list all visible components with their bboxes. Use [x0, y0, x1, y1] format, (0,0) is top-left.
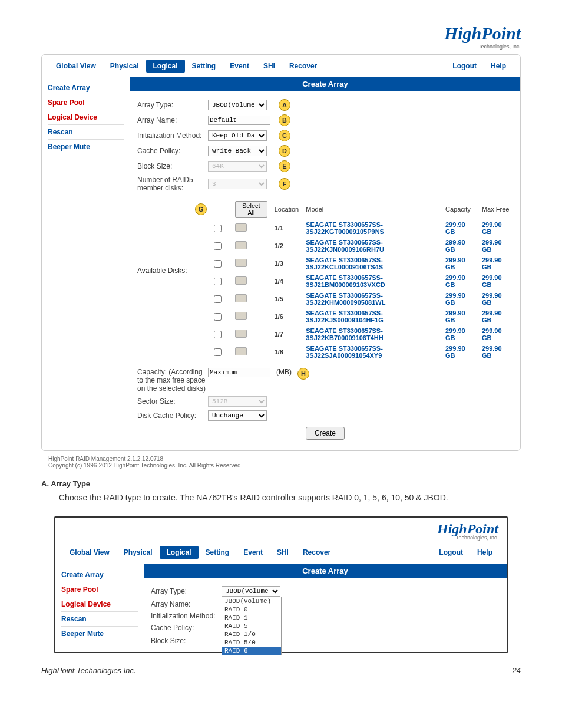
dropdown-option[interactable]: RAID 1: [222, 614, 281, 622]
disk-checkbox[interactable]: [214, 295, 222, 303]
tab-global-view[interactable]: Global View: [49, 60, 103, 73]
table-row: 1/4SEAGATE ST3300657SS-3SJ21BM000009103V…: [208, 272, 513, 290]
tab2-shi[interactable]: SHI: [270, 546, 296, 559]
disk-checkbox[interactable]: [214, 348, 222, 356]
sidebar2-rescan[interactable]: Rescan: [61, 613, 138, 625]
badge-e: E: [279, 160, 290, 172]
hdd-icon: [235, 312, 247, 320]
hdd-icon: [235, 223, 247, 232]
tab2-physical[interactable]: Physical: [117, 546, 160, 559]
capacity-unit: (MB): [276, 368, 292, 376]
sidebar-spare-pool[interactable]: Spare Pool: [48, 97, 124, 108]
top-tabs: Global View Physical Logical Setting Eve…: [42, 55, 520, 77]
disk-checkbox[interactable]: [214, 331, 222, 338]
disk-checkbox[interactable]: [214, 260, 222, 268]
tab-recover[interactable]: Recover: [282, 60, 324, 73]
badge-f: F: [279, 178, 290, 190]
page-footer-left: HighPoint Technologies Inc.: [41, 666, 136, 675]
dropdown-option[interactable]: RAID 5/0: [222, 638, 281, 647]
brand-logo: HighPoint: [41, 24, 521, 44]
sidebar2-logical-device[interactable]: Logical Device: [61, 598, 138, 610]
col-max-free: Max Free: [478, 199, 513, 219]
doc-text-a: Choose the RAID type to create. The NA76…: [59, 492, 521, 503]
input-array-name[interactable]: [208, 116, 270, 125]
label2-block-size: Block Size:: [151, 637, 222, 645]
disk-checkbox[interactable]: [214, 278, 222, 285]
select2-array-type[interactable]: JBOD(Volume): [222, 586, 280, 597]
label-disk-cache-policy: Disk Cache Policy:: [137, 411, 208, 420]
hdd-icon: [235, 241, 247, 249]
label-init-method: Initialization Method:: [137, 131, 208, 140]
sidebar-rescan[interactable]: Rescan: [48, 126, 124, 138]
app-footer: HighPoint RAID Management 2.1.2.12.0718 …: [48, 456, 521, 469]
hdd-icon: [235, 347, 247, 355]
table-row: 1/8SEAGATE ST3300657SS-3SJ22SJA000091054…: [208, 343, 513, 361]
hdd-icon: [235, 294, 247, 302]
label2-array-type: Array Type:: [151, 587, 222, 595]
hdd-icon: [235, 330, 247, 338]
tab2-setting[interactable]: Setting: [199, 546, 237, 559]
badge-c: C: [279, 130, 290, 141]
tab-help[interactable]: Help: [484, 60, 513, 73]
tab-shi[interactable]: SHI: [256, 60, 282, 73]
select-raid5-members: 3: [208, 179, 267, 189]
sidebar-create-array[interactable]: Create Array: [48, 82, 124, 94]
tab-setting[interactable]: Setting: [185, 60, 223, 73]
input-capacity[interactable]: [208, 368, 270, 377]
hdd-icon: [235, 259, 247, 267]
table-row: 1/6SEAGATE ST3300657SS-3SJ22KJS00009104H…: [208, 308, 513, 325]
section-title: Create Array: [130, 77, 520, 91]
table-row: 1/1SEAGATE ST3300657SS-3SJ22KGT00009105P…: [208, 219, 513, 237]
brand-sub-2: Technologies, Inc.: [55, 535, 498, 541]
tab-logical[interactable]: Logical: [146, 60, 185, 73]
screenshot-create-array: Global View Physical Logical Setting Eve…: [41, 54, 521, 451]
badge-d: D: [279, 145, 290, 157]
page-footer-right: 24: [513, 666, 521, 675]
brand-sub: Technologies, Inc.: [41, 44, 521, 50]
sidebar2-create-array[interactable]: Create Array: [61, 569, 138, 581]
tab-physical[interactable]: Physical: [103, 60, 146, 73]
tab2-logout[interactable]: Logout: [432, 546, 470, 559]
sidebar-beeper-mute[interactable]: Beeper Mute: [48, 141, 124, 153]
array-type-dropdown-list[interactable]: JBOD(Volume)RAID 0RAID 1RAID 5RAID 1/0RA…: [222, 597, 282, 655]
select-cache-policy[interactable]: Write Back: [208, 146, 267, 156]
tab2-logical[interactable]: Logical: [160, 546, 199, 559]
tab-event[interactable]: Event: [223, 60, 256, 73]
tab2-event[interactable]: Event: [236, 546, 270, 559]
badge-b: B: [279, 114, 290, 126]
col-capacity: Capacity: [442, 199, 478, 219]
create-button[interactable]: Create: [306, 427, 345, 440]
select-init-method[interactable]: Keep Old Dat: [208, 130, 267, 141]
label-capacity: Capacity: (According to the max free spa…: [137, 368, 208, 393]
section-title-2: Create Array: [144, 564, 507, 578]
select-all-button[interactable]: Select All: [235, 201, 267, 218]
col-model: Model: [302, 199, 442, 219]
label2-cache-policy: Cache Policy:: [151, 624, 222, 632]
tab2-recover[interactable]: Recover: [296, 546, 338, 559]
badge-a: A: [279, 99, 290, 111]
disk-checkbox[interactable]: [214, 225, 222, 232]
tab-logout[interactable]: Logout: [445, 60, 484, 73]
sidebar-logical-device[interactable]: Logical Device: [48, 111, 124, 123]
dropdown-option[interactable]: JBOD(Volume): [222, 597, 281, 605]
disk-checkbox[interactable]: [214, 242, 222, 250]
select-disk-cache-policy[interactable]: Unchange: [208, 410, 267, 421]
label-array-type: Array Type:: [137, 101, 208, 109]
table-row: 1/5SEAGATE ST3300657SS-3SJ22KHM000090508…: [208, 290, 513, 308]
disk-checkbox[interactable]: [214, 313, 222, 321]
table-row: 1/7SEAGATE ST3300657SS-3SJ22KB700009106T…: [208, 325, 513, 343]
table-row: 1/3SEAGATE ST3300657SS-3SJ22KCL00009106T…: [208, 255, 513, 272]
dropdown-option[interactable]: RAID 6: [222, 647, 281, 655]
select-block-size: 64K: [208, 161, 267, 172]
label2-array-name: Array Name:: [151, 600, 222, 608]
sidebar2-spare-pool[interactable]: Spare Pool: [61, 584, 138, 595]
dropdown-option[interactable]: RAID 1/0: [222, 630, 281, 638]
dropdown-option[interactable]: RAID 5: [222, 622, 281, 630]
select-array-type[interactable]: JBOD(Volume): [208, 100, 267, 110]
tab2-help[interactable]: Help: [470, 546, 500, 559]
label-sector-size: Sector Size:: [137, 397, 208, 406]
sidebar2-beeper-mute[interactable]: Beeper Mute: [61, 628, 138, 640]
select-sector-size: 512B: [208, 396, 267, 407]
dropdown-option[interactable]: RAID 0: [222, 605, 281, 614]
tab2-global-view[interactable]: Global View: [62, 546, 117, 559]
